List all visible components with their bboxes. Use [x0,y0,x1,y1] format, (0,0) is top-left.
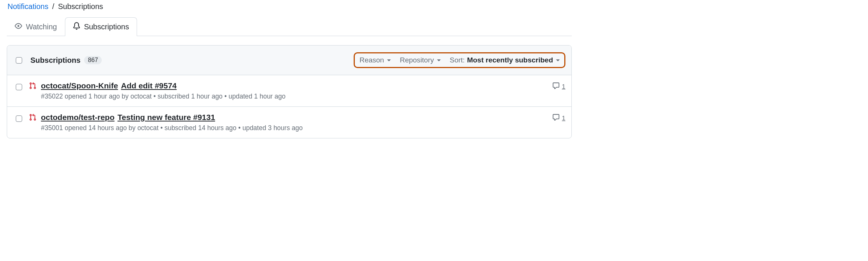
filter-repository-label: Repository [400,56,434,64]
row-comments-link[interactable]: 1 [552,113,565,123]
tab-nav: Watching Subscriptions [7,17,572,36]
box-header: Subscriptions 867 Reason Repository Sort… [7,46,571,75]
filter-sort-prefix: Sort: [450,56,465,64]
breadcrumb-separator: / [52,2,54,11]
tab-subscriptions[interactable]: Subscriptions [65,17,137,36]
box-title: Subscriptions 867 [30,56,102,65]
row-comments-count: 1 [562,83,565,91]
select-all-checkbox[interactable] [16,57,22,64]
tab-subscriptions-label: Subscriptions [84,23,129,31]
breadcrumb-current: Subscriptions [58,2,103,11]
breadcrumb-parent-link[interactable]: Notifications [8,2,48,11]
subscriptions-box: Subscriptions 867 Reason Repository Sort… [7,45,572,138]
pull-request-icon [29,113,36,122]
subscription-row: octocat/Spoon-Knife Add edit #9574 #3502… [7,75,571,107]
filters-group: Reason Repository Sort: Most recently su… [354,52,565,68]
bell-icon [73,22,80,32]
caret-down-icon [387,59,391,61]
row-title-link[interactable]: Testing new feature #9131 [118,113,215,122]
eye-icon [15,22,22,32]
tab-watching-label: Watching [26,23,57,31]
row-comments-link[interactable]: 1 [552,81,565,91]
row-checkbox[interactable] [16,115,22,122]
pull-request-icon [29,81,36,91]
tab-watching[interactable]: Watching [7,17,65,36]
row-repo-link[interactable]: octodemo/test-repo [41,113,115,122]
box-title-label: Subscriptions [30,56,80,65]
row-title-link[interactable]: Add edit #9574 [121,81,176,90]
comment-icon [552,82,560,91]
breadcrumb: Notifications / Subscriptions [7,0,572,17]
filter-sort[interactable]: Sort: Most recently subscribed [450,56,560,64]
row-repo-link[interactable]: octocat/Spoon-Knife [41,81,118,90]
filter-repository[interactable]: Repository [400,56,441,64]
subscription-row: octodemo/test-repo Testing new feature #… [7,107,571,138]
filter-sort-value: Most recently subscribed [467,56,553,64]
comment-icon [552,114,560,123]
row-meta: #35001 opened 14 hours ago by octocat • … [41,124,548,132]
row-checkbox[interactable] [16,84,22,90]
caret-down-icon [437,59,441,61]
row-comments-count: 1 [562,115,565,122]
row-meta: #35022 opened 1 hour ago by octocat • su… [41,93,548,100]
filter-reason-label: Reason [359,56,384,64]
filter-reason[interactable]: Reason [359,56,391,64]
caret-down-icon [556,59,560,61]
subscriptions-count: 867 [84,56,102,64]
